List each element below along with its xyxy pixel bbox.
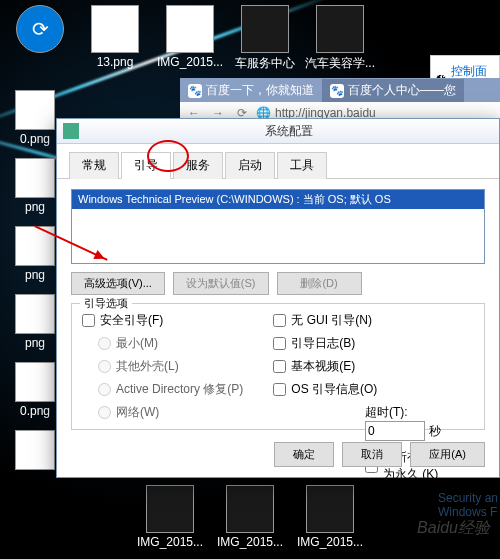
safe-boot-checkbox[interactable]: 安全引导(F) bbox=[82, 312, 243, 329]
safe-ad-repair-radio: Active Directory 修复(P) bbox=[98, 381, 243, 398]
cancel-button[interactable]: 取消 bbox=[342, 442, 402, 467]
dialog-title: 系统配置 bbox=[85, 123, 493, 140]
security-hint: Security an Windows F bbox=[438, 491, 498, 519]
timeout-label: 超时(T): bbox=[365, 404, 485, 421]
delete-button[interactable]: 删除(D) bbox=[277, 272, 362, 295]
apply-button[interactable]: 应用(A) bbox=[410, 442, 485, 467]
safe-network-radio: 网络(W) bbox=[98, 404, 243, 421]
desktop-icon[interactable]: 13.png bbox=[80, 5, 150, 72]
desktop-icon[interactable]: 车服务中心 bbox=[230, 5, 300, 72]
boot-options-legend: 引导选项 bbox=[80, 296, 132, 311]
set-default-button[interactable]: 设为默认值(S) bbox=[173, 272, 269, 295]
desktop-icon[interactable]: IMG_2015... bbox=[135, 485, 205, 549]
desktop-icon[interactable]: 汽车美容学... bbox=[305, 5, 375, 72]
dialog-tabs: 常规引导服务启动工具 bbox=[57, 144, 499, 179]
timeout-unit: 秒 bbox=[429, 423, 441, 440]
ok-button[interactable]: 确定 bbox=[274, 442, 334, 467]
app-icon bbox=[63, 123, 79, 139]
browser-tab[interactable]: 🐾百度一下，你就知道 bbox=[180, 79, 322, 102]
safe-minimal-radio: 最小(M) bbox=[98, 335, 243, 352]
system-config-dialog: 系统配置 常规引导服务启动工具 Windows Technical Previe… bbox=[56, 118, 500, 478]
dialog-titlebar[interactable]: 系统配置 bbox=[57, 119, 499, 144]
safe-altshell-radio: 其他外壳(L) bbox=[98, 358, 243, 375]
advanced-options-button[interactable]: 高级选项(V)... bbox=[71, 272, 165, 295]
desktop-icon[interactable]: IMG_2015... bbox=[215, 485, 285, 549]
desktop-icons-bottom: IMG_2015...IMG_2015...IMG_2015... bbox=[130, 480, 370, 554]
browser-chrome: 🐾百度一下，你就知道🐾百度个人中心——您 ← → ⟳ 🌐 http://jing… bbox=[180, 78, 500, 123]
dialog-tab-0[interactable]: 常规 bbox=[69, 152, 119, 179]
dialog-tab-1[interactable]: 引导 bbox=[121, 152, 171, 179]
dialog-tab-2[interactable]: 服务 bbox=[173, 152, 223, 179]
timeout-input[interactable] bbox=[365, 421, 425, 441]
boot-log-checkbox[interactable]: 引导日志(B) bbox=[273, 335, 377, 352]
desktop-icon[interactable]: IMG_2015... bbox=[155, 5, 225, 72]
dialog-tab-3[interactable]: 启动 bbox=[225, 152, 275, 179]
dialog-tab-4[interactable]: 工具 bbox=[277, 152, 327, 179]
desktop-icons-left: 0.pngpngpngpng0.png bbox=[0, 90, 56, 482]
browser-tab[interactable]: 🐾百度个人中心——您 bbox=[322, 79, 464, 102]
desktop-icon[interactable]: IMG_2015... bbox=[295, 485, 365, 549]
os-boot-info-checkbox[interactable]: OS 引导信息(O) bbox=[273, 381, 377, 398]
os-list[interactable]: Windows Technical Preview (C:\WINDOWS) :… bbox=[71, 189, 485, 264]
os-entry[interactable]: Windows Technical Preview (C:\WINDOWS) :… bbox=[72, 190, 484, 209]
no-gui-boot-checkbox[interactable]: 无 GUI 引导(N) bbox=[273, 312, 377, 329]
base-video-checkbox[interactable]: 基本视频(E) bbox=[273, 358, 377, 375]
watermark: Baidu经验 bbox=[417, 518, 490, 539]
desktop-icon[interactable]: ⟳ bbox=[5, 5, 75, 72]
desktop-icons-top: ⟳13.pngIMG_2015...车服务中心汽车美容学... bbox=[0, 0, 500, 77]
